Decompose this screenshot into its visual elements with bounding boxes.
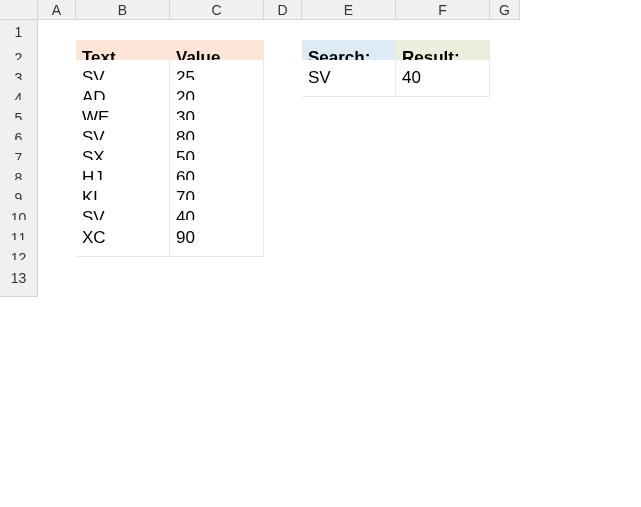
cell-A13[interactable]: [38, 260, 76, 297]
col-header-D[interactable]: D: [264, 0, 302, 20]
cell-C13[interactable]: [170, 260, 264, 297]
row-header-13[interactable]: 13: [0, 260, 38, 297]
col-header-A[interactable]: A: [38, 0, 76, 20]
col-header-G[interactable]: G: [490, 0, 520, 20]
col-header-E[interactable]: E: [302, 0, 396, 20]
cell-E13[interactable]: [302, 260, 396, 297]
cell-D13[interactable]: [264, 260, 302, 297]
cell-F13[interactable]: [396, 260, 490, 297]
cell-G13[interactable]: [490, 260, 520, 297]
spreadsheet-grid: A B C D E F G 1 2 Text Value Search: Res…: [0, 0, 641, 280]
cell-B13[interactable]: [76, 260, 170, 297]
col-header-F[interactable]: F: [396, 0, 490, 20]
col-header-C[interactable]: C: [170, 0, 264, 20]
col-header-B[interactable]: B: [76, 0, 170, 20]
select-all-corner[interactable]: [0, 0, 38, 20]
